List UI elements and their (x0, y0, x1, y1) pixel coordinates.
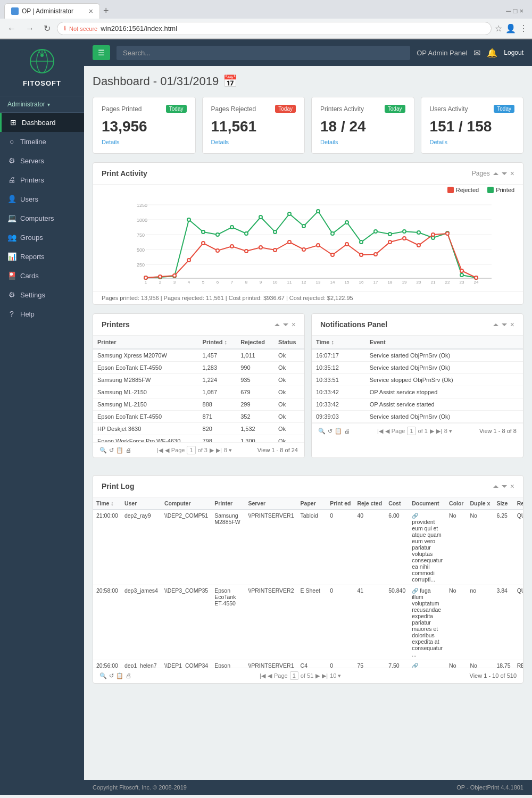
tab-close-button[interactable]: × (89, 7, 93, 15)
log-result: QUOTA_USER (514, 585, 523, 660)
topbar: ☰ OP Admin Panel ✉ 🔔 Logout (84, 39, 532, 66)
current-page-input[interactable]: 1 (407, 427, 415, 435)
next-page-btn[interactable]: ▶ (210, 447, 214, 454)
last-page-btn[interactable]: ▶| (216, 447, 222, 454)
close-printers-button[interactable]: × (292, 320, 296, 329)
refresh-icon[interactable]: ↺ (109, 672, 114, 679)
printer-status: Ok (274, 374, 304, 386)
close-window-button[interactable]: × (519, 7, 523, 15)
back-button[interactable]: ← (4, 23, 19, 35)
help-icon: ? (7, 310, 16, 318)
stat-details-link[interactable]: Details (102, 139, 120, 145)
log-size: 6.25 (493, 510, 513, 585)
stat-details-link[interactable]: Details (430, 139, 448, 145)
prev-page-btn[interactable]: ◀ (165, 447, 169, 454)
account-icon[interactable]: 👤 (505, 23, 516, 34)
address-bar[interactable]: ℹ Not secure win2016:1561/index.html (57, 22, 492, 35)
sidebar-admin-menu[interactable]: Administrator ▾ (0, 96, 84, 113)
mail-icon[interactable]: ✉ (473, 48, 480, 58)
tab-favicon (11, 7, 19, 15)
export-icon[interactable]: 📋 (335, 428, 342, 435)
close-print-log-button[interactable]: × (510, 482, 514, 491)
next-page-btn[interactable]: ▶ (430, 428, 434, 435)
sidebar-item-cards[interactable]: 🎴 Cards (0, 266, 84, 285)
print-icon[interactable]: 🖨 (344, 428, 350, 434)
print-log-table: Time ↕ User Computer Printer Server Pape… (93, 497, 523, 668)
table-row: HP Deskjet 3630 820 1,532 Ok (93, 423, 304, 435)
first-page-btn[interactable]: |◀ (260, 672, 265, 679)
search-icon[interactable]: 🔍 (99, 672, 107, 679)
printer-rejected: 352 (236, 411, 274, 423)
sort-up-icon[interactable] (275, 323, 280, 326)
refresh-button[interactable]: ↻ (40, 22, 54, 35)
printers-table-wrapper[interactable]: Printer Printed ↕ Rejected Status Samsun… (93, 336, 304, 442)
print-icon[interactable]: 🖨 (126, 447, 131, 453)
stat-details-link[interactable]: Details (211, 139, 229, 145)
table-row: Epson EcoTank ET-4550 1,283 990 Ok (93, 362, 304, 374)
printer-name: Samsung M2885FW (93, 374, 198, 386)
svg-point-78 (317, 244, 320, 247)
refresh-icon[interactable]: ↺ (328, 428, 332, 435)
sort-up-icon[interactable] (493, 485, 498, 488)
logout-button[interactable]: Logout (504, 49, 523, 56)
hamburger-menu-button[interactable]: ☰ (93, 45, 110, 60)
refresh-icon[interactable]: ↺ (109, 447, 114, 454)
sort-up-icon[interactable] (493, 323, 498, 326)
sort-down-icon[interactable] (502, 485, 507, 488)
sidebar-item-printers[interactable]: 🖨 Printers (0, 170, 84, 189)
per-page-select[interactable]: 8 ▾ (224, 447, 232, 454)
minimize-button[interactable]: ─ (506, 7, 511, 15)
export-icon[interactable]: 📋 (116, 672, 123, 679)
sort-down-icon[interactable] (502, 172, 507, 175)
search-icon[interactable]: 🔍 (318, 428, 326, 435)
prev-page-btn[interactable]: ◀ (385, 428, 389, 435)
close-chart-button[interactable]: × (510, 169, 514, 178)
last-page-btn[interactable]: ▶| (436, 428, 442, 435)
table-row: Samsung Xpress M2070W 1,457 1,011 Ok (93, 349, 304, 362)
svg-text:15: 15 (345, 280, 350, 285)
close-notifications-button[interactable]: × (510, 320, 514, 329)
stat-details-link[interactable]: Details (320, 139, 338, 145)
first-page-btn[interactable]: |◀ (377, 428, 383, 435)
sort-up-icon[interactable] (493, 172, 498, 175)
sidebar-item-groups[interactable]: 👥 Groups (0, 228, 84, 247)
copyright-text: Copyright Fitosoft, Inc. © 2008-2019 (93, 784, 187, 791)
col-size: Size (493, 497, 513, 510)
per-page-select[interactable]: 8 ▾ (444, 428, 452, 435)
print-log-table-wrapper[interactable]: Time ↕ User Computer Printer Server Pape… (93, 497, 523, 668)
first-page-btn[interactable]: |◀ (157, 447, 163, 454)
search-input[interactable] (117, 46, 410, 60)
print-log-pagination: |◀ ◀ Page 1 of 51 ▶ ▶| 10 ▾ (260, 671, 341, 680)
sidebar-item-settings[interactable]: ⚙ Settings (0, 285, 84, 304)
current-page-input[interactable]: 1 (187, 446, 195, 454)
new-tab-button[interactable]: + (103, 5, 109, 16)
notifications-table-wrapper[interactable]: Time ↕ Event 16:07:17 Service started Ob… (312, 336, 523, 423)
bell-icon[interactable]: 🔔 (487, 48, 497, 58)
print-icon[interactable]: 🖨 (126, 672, 131, 679)
sidebar-item-help[interactable]: ? Help (0, 304, 84, 323)
last-page-btn[interactable]: ▶| (322, 672, 328, 679)
forward-button[interactable]: → (22, 23, 37, 35)
sort-down-icon[interactable] (502, 323, 507, 326)
per-page-select[interactable]: 10 ▾ (330, 672, 341, 679)
sidebar-item-servers[interactable]: ⚙ Servers (0, 151, 84, 170)
current-page-input[interactable]: 1 (290, 671, 298, 680)
sidebar-item-reports[interactable]: 📊 Reports (0, 247, 84, 266)
log-printed: 0 (327, 660, 354, 668)
prev-page-btn[interactable]: ◀ (268, 672, 272, 679)
svg-text:16: 16 (359, 280, 364, 285)
bookmark-star-icon[interactable]: ☆ (495, 23, 502, 34)
sidebar-item-computers[interactable]: 💻 Computers (0, 209, 84, 228)
notif-time: 10:33:51 (312, 374, 365, 386)
sidebar-item-users[interactable]: 👤 Users (0, 189, 84, 209)
next-page-btn[interactable]: ▶ (315, 672, 320, 679)
settings-icon[interactable]: ⋮ (519, 23, 528, 34)
sort-down-icon[interactable] (283, 323, 288, 326)
maximize-button[interactable]: □ (513, 7, 518, 15)
export-icon[interactable]: 📋 (116, 447, 123, 454)
sidebar-item-timeline[interactable]: ○ Timeline (0, 132, 84, 151)
sidebar-item-dashboard[interactable]: ⊞ Dashboard (0, 113, 84, 132)
table-row: Epson EcoTank ET-4550 871 352 Ok (93, 411, 304, 423)
search-icon[interactable]: 🔍 (99, 447, 107, 454)
active-tab[interactable]: OP | Administrator × (4, 3, 100, 19)
